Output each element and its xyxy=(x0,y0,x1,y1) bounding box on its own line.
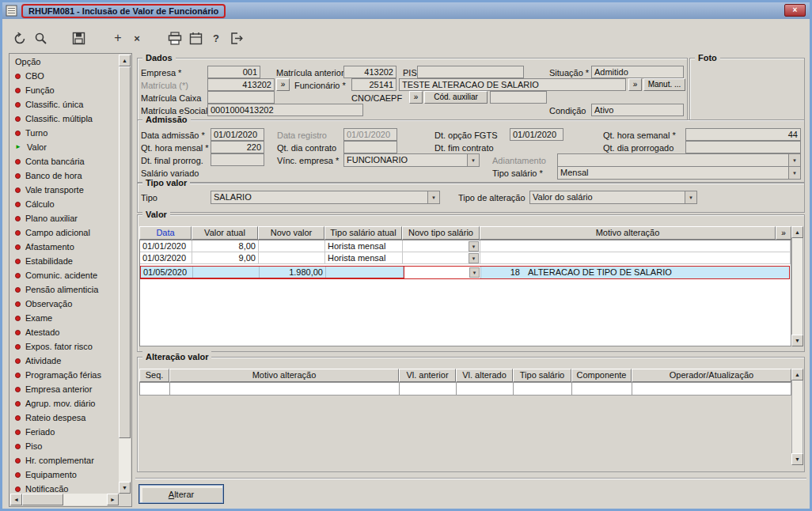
sidebar-item-hr-complementar[interactable]: Hr. complementar xyxy=(10,453,119,467)
sidebar-item-turno[interactable]: Turno xyxy=(10,126,119,140)
add-button[interactable]: + xyxy=(108,28,127,47)
delete-button[interactable]: × xyxy=(127,28,146,47)
sidebar-item-piso[interactable]: Piso xyxy=(10,439,119,453)
scroll-down-icon[interactable]: ▼ xyxy=(791,453,803,465)
column-header-motivo-alteracao[interactable]: Motivo alteração xyxy=(480,226,776,240)
vinc-empresa-combo[interactable]: FUNCIONARIO▼ xyxy=(343,153,480,167)
sidebar-item-observacao[interactable]: Observação xyxy=(10,297,119,311)
chevron-down-icon[interactable]: ▼ xyxy=(467,154,479,166)
chevron-down-icon[interactable]: ▼ xyxy=(788,167,800,179)
chevron-down-icon[interactable]: ▼ xyxy=(427,191,439,203)
sidebar-item-calculo[interactable]: Cálculo xyxy=(10,197,119,211)
sidebar-item-empresa-anterior[interactable]: Empresa anterior xyxy=(10,382,119,396)
matricula-caixa-field[interactable] xyxy=(207,91,275,104)
sidebar-item-estabilidade[interactable]: Estabilidade xyxy=(10,254,119,268)
scroll-up-icon[interactable]: ▲ xyxy=(119,55,131,66)
sidebar-item-banco-de-hora[interactable]: Banco de hora xyxy=(10,168,119,183)
matricula-esocial-field[interactable]: 0001000413202 xyxy=(207,104,363,116)
column-header-componente[interactable]: Componente xyxy=(571,369,632,382)
tipo-salario-combo[interactable]: Mensal▼ xyxy=(557,166,801,180)
sidebar-item-plano-auxiliar[interactable]: Plano auxiliar xyxy=(10,211,119,225)
table-row[interactable]: 01/01/2020 8,00 Horista mensal ▼ xyxy=(140,240,791,252)
sidebar-item-valor[interactable]: ►Valor xyxy=(10,140,119,154)
matricula-anterior-field[interactable]: 413202 xyxy=(343,66,397,78)
situacao-field[interactable]: Admitido xyxy=(591,66,684,78)
cno-caepf-lookup-button[interactable]: » xyxy=(409,91,423,104)
chevron-down-icon[interactable]: ▼ xyxy=(469,241,479,252)
grid-dropdown-cell[interactable]: ▼ xyxy=(404,267,481,278)
scroll-down-icon[interactable]: ▼ xyxy=(791,335,803,346)
sidebar-item-exame[interactable]: Exame xyxy=(10,311,119,325)
data-admissao-field[interactable]: 01/01/2020 xyxy=(211,128,264,141)
qt-hora-semanal-field[interactable]: 44 xyxy=(685,128,801,141)
sidebar-item-pensao-alimenticia[interactable]: Pensão alimenticia xyxy=(10,282,119,297)
column-header-seq[interactable]: Seq. xyxy=(139,369,169,382)
close-button[interactable]: × xyxy=(784,4,806,17)
search-button[interactable] xyxy=(31,28,50,47)
column-header-operador-atualizacao[interactable]: Operador/Atualização xyxy=(632,369,791,382)
qt-dia-prorrogado-field[interactable] xyxy=(685,141,801,153)
sidebar-item-funcao[interactable]: Função xyxy=(10,83,119,97)
funcionario-lookup-button[interactable]: » xyxy=(628,78,642,91)
column-header-vl-anterior[interactable]: Vl. anterior xyxy=(399,369,456,382)
column-header-motivo-alteracao[interactable]: Motivo alteração xyxy=(169,369,399,382)
scrollbar-thumb[interactable] xyxy=(119,66,131,438)
sidebar-item-rateio-despesa[interactable]: Rateio despesa xyxy=(10,411,119,425)
column-header-vl-alterado[interactable]: Vl. alterado xyxy=(456,369,513,382)
scrollbar-thumb[interactable] xyxy=(22,494,63,505)
matricula-field[interactable]: 413202 xyxy=(207,78,275,91)
sidebar-vscrollbar[interactable]: ▲ ▼ xyxy=(119,55,131,494)
dt-final-prorrog-field[interactable] xyxy=(211,153,264,166)
alterar-button[interactable]: Alterar xyxy=(138,484,224,504)
column-header-valor-atual[interactable]: Valor atual xyxy=(192,226,258,240)
cod-auxiliar-button[interactable]: Cód. auxiliar xyxy=(424,91,488,104)
chevron-down-icon[interactable]: ▼ xyxy=(469,267,480,278)
sidebar-item-agrup-mov-diario[interactable]: Agrup. mov. diário xyxy=(10,396,119,411)
qt-hora-mensal-field[interactable]: 220 xyxy=(211,141,264,153)
calendar-button[interactable] xyxy=(186,28,205,47)
table-row[interactable]: 01/03/2020 9,00 Horista mensal ▼ xyxy=(140,252,791,264)
sidebar-item-atestado[interactable]: Atestado xyxy=(10,325,119,339)
sidebar-item-classific-multipla[interactable]: Classific. múltipla xyxy=(10,112,119,126)
column-header-tipo-salario-atual[interactable]: Tipo salário atual xyxy=(324,226,402,240)
funcionario-field[interactable]: 25141 xyxy=(351,78,397,91)
scroll-right-icon[interactable]: ► xyxy=(107,494,119,505)
table-row[interactable] xyxy=(139,382,791,396)
print-button[interactable] xyxy=(165,28,184,47)
undo-button[interactable] xyxy=(10,28,29,47)
tipo-combo[interactable]: SALARIO▼ xyxy=(211,191,440,204)
scroll-up-icon[interactable]: ▲ xyxy=(791,369,803,380)
chevron-down-icon[interactable]: ▼ xyxy=(685,191,696,203)
column-header-data[interactable]: Data xyxy=(139,226,192,240)
sidebar-item-expos-fator-risco[interactable]: Expos. fator risco xyxy=(10,339,119,354)
chevron-down-icon[interactable]: ▼ xyxy=(469,253,479,263)
scroll-left-icon[interactable]: ◄ xyxy=(10,494,22,505)
sidebar-item-afastamento[interactable]: Afastamento xyxy=(10,240,119,254)
grid-dropdown-cell[interactable]: ▼ xyxy=(403,252,480,264)
sidebar-item-conta-bancaria[interactable]: Conta bancária xyxy=(10,154,119,168)
sidebar-item-atividade[interactable]: Atividade xyxy=(10,354,119,368)
save-button[interactable] xyxy=(69,28,88,47)
scroll-down-icon[interactable]: ▼ xyxy=(119,482,131,494)
exit-button[interactable] xyxy=(227,28,246,47)
condicao-field[interactable]: Ativo xyxy=(591,104,684,116)
column-header-tipo-salario[interactable]: Tipo salário xyxy=(513,369,571,382)
sidebar-hscrollbar[interactable]: ◄ ► xyxy=(10,494,119,505)
selected-table-row[interactable]: 01/05/2020 1.980,00 ▼ 18 ALTERACAO DE TI… xyxy=(140,266,790,279)
qt-dia-contrato-field[interactable] xyxy=(343,141,397,153)
sidebar-item-equipamento[interactable]: Equipamento xyxy=(10,467,119,482)
grid-options-button[interactable]: » xyxy=(776,226,791,240)
tipo-alteracao-combo[interactable]: Valor do salário▼ xyxy=(529,191,697,204)
sidebar-item-campo-adicional[interactable]: Campo adicional xyxy=(10,225,119,240)
sidebar-item-vale-transporte[interactable]: Vale transporte xyxy=(10,183,119,197)
matricula-lookup-button[interactable]: » xyxy=(276,78,290,91)
valor-grid-vscrollbar[interactable]: ▲ ▼ xyxy=(791,226,803,346)
dt-opcao-fgts-field[interactable]: 01/01/2020 xyxy=(510,128,563,141)
help-button[interactable]: ? xyxy=(207,28,226,47)
sidebar-item-notificacao[interactable]: Notificação xyxy=(10,482,119,492)
sidebar-item-programacao-ferias[interactable]: Programação férias xyxy=(10,368,119,382)
grid-dropdown-cell[interactable]: ▼ xyxy=(403,240,480,252)
sidebar-item-feriado[interactable]: Feriado xyxy=(10,425,119,439)
sidebar-item-comunic-acidente[interactable]: Comunic. acidente xyxy=(10,268,119,282)
scroll-up-icon[interactable]: ▲ xyxy=(791,226,803,238)
